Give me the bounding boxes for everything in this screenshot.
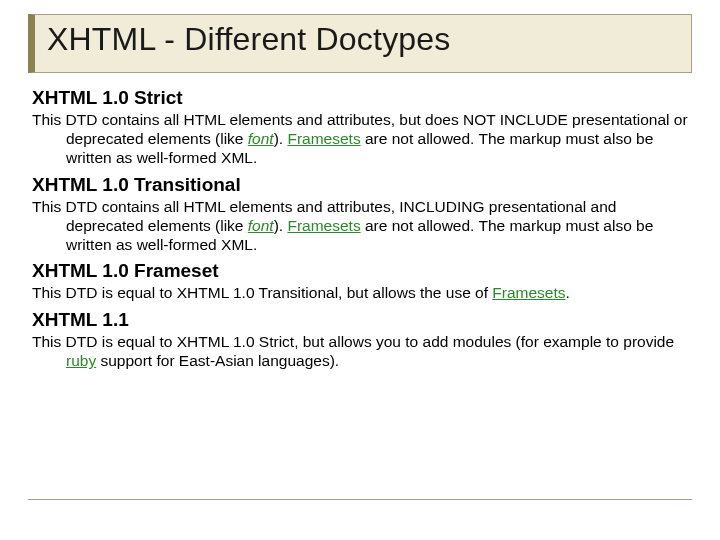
section-heading: XHTML 1.0 Frameset	[32, 260, 688, 282]
slide: XHTML - Different Doctypes XHTML 1.0 Str…	[0, 0, 720, 540]
section-body: This DTD contains all HTML elements and …	[32, 111, 688, 168]
title-box: XHTML - Different Doctypes	[28, 14, 692, 73]
section-heading: XHTML 1.0 Strict	[32, 87, 688, 109]
body-text: This DTD is equal to XHTML 1.0 Transitio…	[32, 284, 492, 301]
footer-divider	[28, 499, 692, 500]
hyperlink-font[interactable]: font	[248, 130, 274, 147]
section-body: This DTD contains all HTML elements and …	[32, 198, 688, 255]
body-text: .	[566, 284, 570, 301]
section-heading: XHTML 1.0 Transitional	[32, 174, 688, 196]
body-text: support for East-Asian languages).	[96, 352, 339, 369]
body-text: ).	[274, 130, 288, 147]
hyperlink-ruby[interactable]: ruby	[66, 352, 96, 369]
section-heading: XHTML 1.1	[32, 309, 688, 331]
hyperlink-framesets[interactable]: Framesets	[492, 284, 565, 301]
section-body: This DTD is equal to XHTML 1.0 Transitio…	[32, 284, 688, 303]
hyperlink-framesets[interactable]: Framesets	[287, 130, 360, 147]
content-area: XHTML 1.0 Strict This DTD contains all H…	[28, 87, 692, 371]
body-text: ).	[274, 217, 288, 234]
body-text: This DTD is equal to XHTML 1.0 Strict, b…	[32, 333, 674, 350]
hyperlink-framesets[interactable]: Framesets	[287, 217, 360, 234]
section-body: This DTD is equal to XHTML 1.0 Strict, b…	[32, 333, 688, 371]
hyperlink-font[interactable]: font	[248, 217, 274, 234]
slide-title: XHTML - Different Doctypes	[47, 21, 681, 58]
